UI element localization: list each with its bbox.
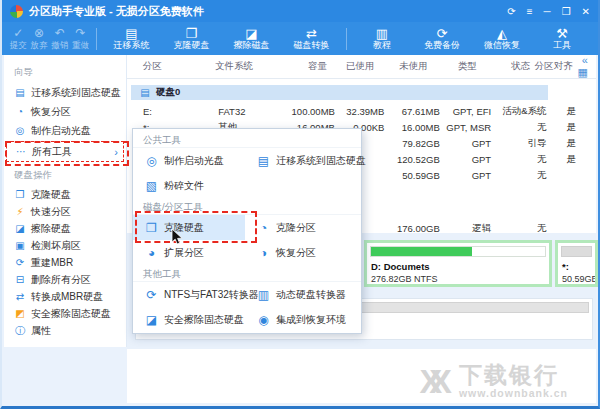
menu-item-clone-partition[interactable]: ◔ 克隆分区 xyxy=(245,215,361,240)
watermark: XX 下载银行 www.downbank.cn xyxy=(420,363,568,399)
menu-item-bootable-media[interactable]: ◎ 制作启动光盘 xyxy=(133,148,245,173)
migrate-drive-icon: ▤ xyxy=(257,154,270,168)
sidebar-item-recover-partition[interactable]: ◔ 恢复分区 xyxy=(4,102,126,121)
backup-circle-icon: ⟳ xyxy=(417,27,467,40)
sidebar-section-disk-ops: 硬盘操作 xyxy=(4,163,126,186)
menu-item-secure-erase-ssd[interactable]: ◪ 安全擦除固态硬盘 xyxy=(133,307,245,332)
sidebar-item-rebuild-mbr[interactable]: ⟳ 重建MBR xyxy=(4,254,126,271)
sidebar-item-properties[interactable]: ⓘ 属性 xyxy=(4,322,126,339)
scan-sectors-icon: ▣ xyxy=(14,240,26,251)
eraser-icon: ◪ xyxy=(145,313,158,327)
free-backup-button[interactable]: ⟳ 免费备份 xyxy=(412,27,472,50)
sidebar: 向导 ▤ 迁移系统到固态硬盘 ◔ 恢复分区 ◎ 制作启动光盘 ⋯ 所有工具 › … xyxy=(4,55,127,403)
trash-icon: ⊟ xyxy=(14,274,26,285)
sidebar-item-wipe-disk[interactable]: ◪ 擦除硬盘 xyxy=(4,220,126,237)
view-toggle-icon[interactable]: ▦ xyxy=(578,66,588,78)
disc-icon: ◎ xyxy=(14,125,26,136)
sidebar-item-bootable-media[interactable]: ◎ 制作启动光盘 xyxy=(4,121,126,140)
discard-button[interactable]: ⊗ 放弃 xyxy=(29,27,50,51)
menu-item-migrate-os-ssd[interactable]: ▤ 迁移系统到固态硬盘 xyxy=(245,148,366,173)
footer: XX 下载银行 www.downbank.cn xyxy=(127,349,596,403)
sidebar-item-quick-partition[interactable]: ⚡ 快速分区 xyxy=(4,203,126,220)
chevron-right-icon: › xyxy=(114,146,123,158)
menu-item-dynamic-disk-converter[interactable]: ▥ 动态硬盘转换器 xyxy=(245,282,361,307)
dynamic-drive-icon: ▥ xyxy=(257,288,270,302)
redo-icon: ↷ xyxy=(70,27,91,41)
watermark-brand: 下载银行 xyxy=(459,363,568,387)
sidebar-item-all-tools[interactable]: ⋯ 所有工具 › xyxy=(6,141,124,162)
wipe-drive-icon: ◪ xyxy=(14,223,26,234)
clone-partition-icon: ◔ xyxy=(257,221,270,235)
menu-item-clone-disk[interactable]: ❐ 克隆硬盘 xyxy=(133,215,245,240)
recovery-triangle-icon: ◭ xyxy=(477,27,527,40)
disk0-group-row[interactable]: ▤ 硬盘0 xyxy=(131,85,548,100)
col-status[interactable]: 状态 xyxy=(477,60,530,73)
cancel-circle-icon: ⊗ xyxy=(29,27,50,41)
eraser-icon: ◩ xyxy=(14,308,26,319)
col-filesystem[interactable]: 文件系统 xyxy=(215,60,274,73)
col-unused[interactable]: 未使用 xyxy=(375,60,428,73)
menu-item-ntfs-fat32-converter[interactable]: ⟳ NTFS与FAT32转换器 xyxy=(133,282,245,307)
undo-button[interactable]: ↶ 撤销 xyxy=(49,27,70,51)
migrate-drive-icon: ▤ xyxy=(106,27,156,40)
sidebar-item-clone-disk[interactable]: ❐ 克隆硬盘 xyxy=(4,186,126,203)
menu-section-disk-partition: 磁盘/分区工具 xyxy=(133,198,361,215)
downbank-logo-icon: XX xyxy=(420,364,459,398)
titlebar: 分区助手专业版 - 无损分区免费软件 ⟳ ≡ ─ ❐ ✕ xyxy=(2,0,598,22)
table-row[interactable]: E: FAT32 100.00MB 32.39MB 67.61MB GPT, E… xyxy=(127,103,596,119)
sidebar-item-convert-to-mbr[interactable]: ⇄ 转换成MBR硬盘 xyxy=(4,288,126,305)
sidebar-item-delete-all-partitions[interactable]: ⊟ 删除所有分区 xyxy=(4,271,126,288)
rebuild-arrow-icon: ⟳ xyxy=(14,257,26,268)
toolbar-separator xyxy=(96,28,97,50)
sidebar-item-check-bad-sectors[interactable]: ▣ 检测坏扇区 xyxy=(4,237,126,254)
sidebar-section-wizards: 向导 xyxy=(4,60,126,83)
wipe-drive-icon: ◪ xyxy=(226,27,276,40)
wechat-recovery-button[interactable]: ◭ 微信恢复 xyxy=(472,27,532,50)
col-used[interactable]: 已使用 xyxy=(327,60,374,73)
menu-item-integrate-recovery-env[interactable]: ◉ 集成到恢复环境 xyxy=(245,307,361,332)
hamburger-menu-icon[interactable]: ≡ xyxy=(527,6,533,17)
tools-button[interactable]: ⚒ 工具 xyxy=(532,27,592,50)
maximize-button[interactable]: ❐ xyxy=(562,6,571,17)
tutorial-button[interactable]: ▥ 教程 xyxy=(352,27,412,50)
table-header-row: 分区 文件系统 容量 已使用 未使用 类型 状态 分区对齐 « ▦ xyxy=(127,55,596,79)
all-tools-icon: ⋯ xyxy=(15,146,27,157)
col-type[interactable]: 类型 xyxy=(428,60,477,73)
close-button[interactable]: ✕ xyxy=(582,6,590,17)
wipe-disk-button[interactable]: ◪ 擦除磁盘 xyxy=(221,27,281,50)
menu-item-shred-files[interactable]: ▧ 粉碎文件 xyxy=(133,173,245,198)
disk-convert-button[interactable]: ⇄ 磁盘转换 xyxy=(281,27,341,50)
convert-arrows-icon: ⟳ xyxy=(145,288,158,302)
extend-pie-icon: ◕ xyxy=(145,246,158,260)
clone-disk-button[interactable]: ❐ 克隆硬盘 xyxy=(161,27,221,50)
disc-icon: ◎ xyxy=(145,154,158,168)
sidebar-item-secure-erase-ssd[interactable]: ◩ 安全擦除固态硬盘 xyxy=(4,305,126,322)
lightning-icon: ⚡ xyxy=(14,206,26,217)
col-capacity[interactable]: 容量 xyxy=(274,60,327,73)
usage-bar xyxy=(561,246,592,257)
menu-item-extend-partition[interactable]: ◕ 扩展分区 xyxy=(133,240,245,265)
book-icon: ▥ xyxy=(357,27,407,40)
commit-button[interactable]: ✓ 提交 xyxy=(8,27,29,51)
minimize-button[interactable]: ─ xyxy=(544,6,551,17)
info-icon: ⓘ xyxy=(14,324,26,338)
col-partition[interactable]: 分区 xyxy=(127,60,215,73)
clone-drive-icon: ❐ xyxy=(145,221,158,235)
sidebar-item-migrate-os-ssd[interactable]: ▤ 迁移系统到固态硬盘 xyxy=(4,83,126,102)
recover-pie-icon: ◔ xyxy=(14,106,26,117)
menu-item-recover-partition[interactable]: ◑ 恢复分区 xyxy=(245,240,361,265)
clone-drive-icon: ❐ xyxy=(166,27,216,40)
disk0-block-unformatted[interactable]: *: 50.59GB... xyxy=(555,240,598,287)
disk0-block-d[interactable]: D: Documets 276.82GB NTFS xyxy=(364,240,552,287)
col-alignment[interactable]: 分区对齐 xyxy=(530,60,577,73)
convert-drive-icon: ⇄ xyxy=(286,27,336,40)
watermark-site: www.downbank.cn xyxy=(459,387,568,399)
collapse-columns-icon[interactable]: « xyxy=(582,54,588,66)
all-tools-menu: 公共工具 ◎ 制作启动光盘 ▤ 迁移系统到固态硬盘 ▧ 粉碎文件 磁盘/分区工具… xyxy=(132,128,362,334)
app-logo-icon xyxy=(10,5,23,18)
swap-arrows-icon: ⇄ xyxy=(14,291,26,302)
toolbar-separator xyxy=(346,28,347,50)
migrate-system-button[interactable]: ▤ 迁移系统 xyxy=(101,27,161,50)
refresh-icon[interactable]: ⟳ xyxy=(507,6,515,17)
redo-button[interactable]: ↷ 重做 xyxy=(70,27,91,51)
